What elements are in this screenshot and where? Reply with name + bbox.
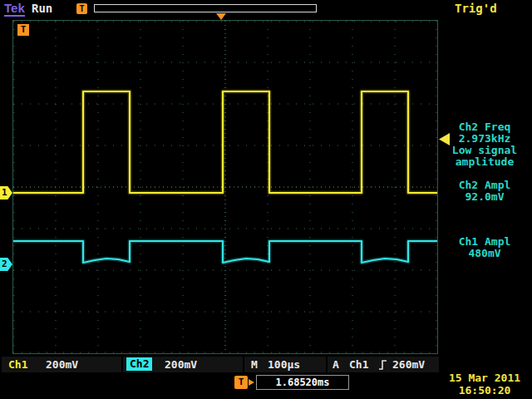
timebase-value: 100µs	[268, 358, 300, 371]
timebase-label: M	[251, 358, 258, 371]
channel1-ground-marker: 1	[0, 186, 12, 200]
channel2-ground-marker: 2	[0, 258, 12, 271]
warning-line2: amplitude	[438, 155, 531, 168]
trigger-icon: T	[76, 3, 87, 14]
graticule: T	[12, 20, 438, 354]
ch2-ampl-label: Ch2 Ampl	[438, 179, 531, 191]
acquisition-status: Run	[32, 2, 52, 15]
ch2-freq-label: Ch2 Freq	[438, 121, 531, 133]
trigger-source: Ch1	[349, 358, 368, 371]
brand-logo: Tek	[4, 1, 25, 17]
delay-trigger-icon: T	[234, 376, 248, 389]
ch1-ampl-label: Ch1 Ampl	[438, 235, 531, 248]
ch1-ampl-value: 480mV	[438, 247, 531, 259]
waveform-display	[13, 21, 437, 353]
trigger-position-marker-icon	[216, 13, 226, 20]
ch2-freq-value: 2.973kHz	[438, 132, 531, 145]
ch2-scale-label: Ch2	[126, 357, 152, 371]
trigger-t-marker: T	[17, 24, 29, 36]
ch1-scale-label: Ch1	[8, 358, 27, 371]
ch1-scale-value: 200mV	[46, 358, 78, 371]
trigger-status: Trig'd	[455, 2, 497, 15]
horizontal-record-bar	[94, 4, 317, 12]
rising-edge-icon	[378, 358, 388, 372]
date-display: 15 Mar 2011	[438, 372, 531, 384]
delay-time-readout: 1.68520ms	[256, 375, 349, 390]
warning-line1: Low signal	[438, 144, 531, 156]
ch2-ampl-value: 92.0mV	[438, 190, 531, 203]
time-display: 16:50:20	[438, 384, 531, 397]
ch2-scale-value: 200mV	[165, 358, 197, 371]
oscilloscope-screen: Tek Run T Trig'd T 1 2 Ch2 Freq 2.973kHz…	[0, 0, 532, 399]
delay-arrow-icon	[249, 379, 254, 386]
trigger-mode-label: A	[332, 358, 339, 371]
trigger-level-value: 260mV	[392, 358, 425, 371]
